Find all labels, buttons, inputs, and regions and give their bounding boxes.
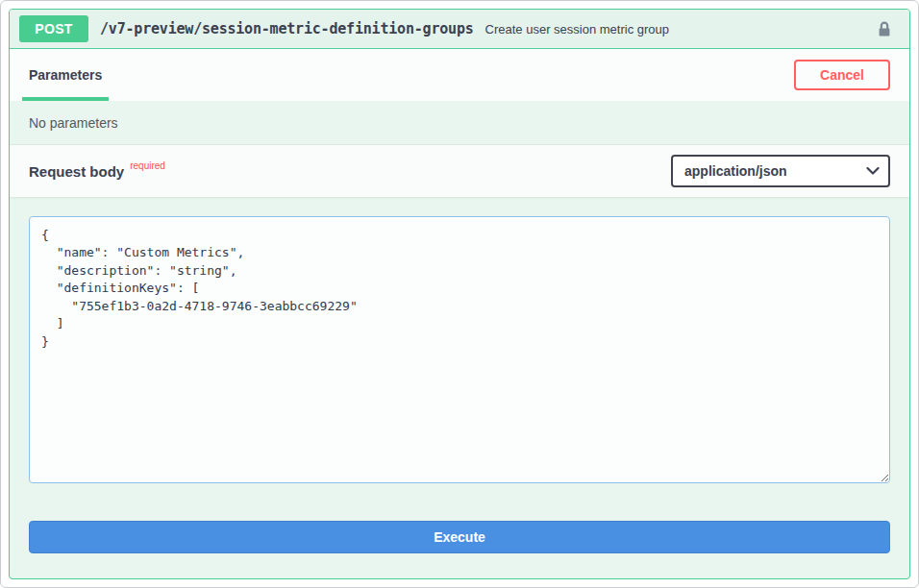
- tab-parameters-label: Parameters: [29, 67, 102, 83]
- execute-section: Execute: [10, 521, 909, 578]
- content-type-select[interactable]: application/json: [671, 155, 890, 187]
- endpoint-summary: Create user session metric group: [485, 22, 669, 37]
- request-body-title: Request body: [29, 163, 124, 180]
- unlocked-padlock-icon: [875, 19, 894, 38]
- request-body-editor[interactable]: { "name": "Custom Metrics", "description…: [29, 216, 890, 483]
- request-body-header: Request body required application/json: [10, 145, 909, 197]
- method-badge: POST: [19, 15, 88, 42]
- endpoint-path: /v7-preview/session-metric-definition-gr…: [100, 20, 474, 37]
- cancel-button[interactable]: Cancel: [794, 60, 890, 90]
- required-badge: required: [130, 160, 165, 171]
- tab-parameters[interactable]: Parameters: [29, 49, 102, 101]
- execute-button[interactable]: Execute: [29, 521, 890, 553]
- auth-lock-button[interactable]: [869, 17, 900, 40]
- no-parameters-message: No parameters: [10, 101, 909, 145]
- tab-bar: Parameters Cancel: [10, 49, 909, 101]
- content-type-dropdown: application/json: [671, 155, 890, 187]
- request-body-title-group: Request body required: [29, 163, 165, 180]
- screenshot-frame: POST /v7-preview/session-metric-definiti…: [0, 0, 919, 588]
- opblock-post: POST /v7-preview/session-metric-definiti…: [9, 9, 910, 579]
- request-body-editor-section: { "name": "Custom Metrics", "description…: [10, 197, 909, 521]
- endpoint-header[interactable]: POST /v7-preview/session-metric-definiti…: [10, 10, 909, 49]
